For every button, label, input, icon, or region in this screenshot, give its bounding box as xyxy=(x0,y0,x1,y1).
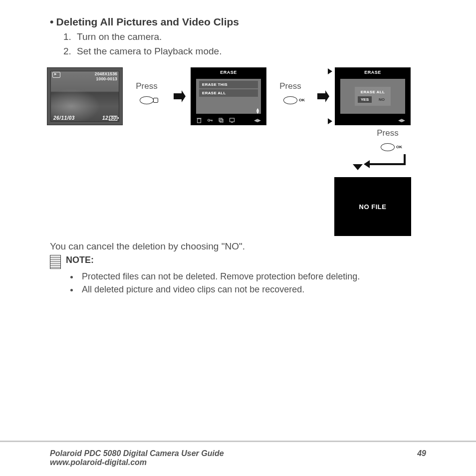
menu-option-erase-this: ERASE THIS xyxy=(199,81,258,88)
step-list: Turn on the camera. Set the camera to Pl… xyxy=(50,30,431,58)
arrow-right-icon xyxy=(328,118,332,124)
footer-url: www.polaroid-digital.com xyxy=(50,458,426,467)
svg-marker-10 xyxy=(317,90,329,102)
svg-rect-1 xyxy=(198,119,201,123)
note-label: NOTE: xyxy=(66,255,94,265)
press-ok-group-2: Press OK xyxy=(377,128,398,151)
press-ok-group-1: Press OK xyxy=(271,67,309,104)
trash-icon xyxy=(196,117,202,123)
arrow-right-icon xyxy=(171,67,186,125)
figure-flow: 2048X1536 1000-0013 26/11/03 12;30 Press xyxy=(47,67,431,236)
press-m-group: Press xyxy=(128,67,166,104)
svg-rect-8 xyxy=(230,118,235,122)
svg-rect-2 xyxy=(197,118,202,119)
svg-marker-11 xyxy=(364,160,370,168)
confirm-title: ERASE ALL xyxy=(361,90,385,94)
ok-label: OK xyxy=(299,98,305,102)
menu-option-erase-all: ERASE ALL xyxy=(199,89,258,97)
svg-rect-7 xyxy=(220,119,223,122)
svg-point-3 xyxy=(208,119,210,121)
key-icon xyxy=(207,117,213,123)
menu-title: ERASE xyxy=(191,68,266,77)
playback-icon xyxy=(52,72,60,78)
playback-screen: 2048X1536 1000-0013 26/11/03 12;30 xyxy=(47,67,123,125)
cancel-note: You can cancel the deletion by choosing … xyxy=(50,241,431,252)
m-button-icon xyxy=(140,96,154,104)
footer-title: Polaroid PDC 5080 Digital Camera User Gu… xyxy=(50,449,224,458)
screen-icon xyxy=(229,117,235,123)
page: •Deleting All Pictures and Video Clips T… xyxy=(0,0,476,476)
ok-button-icon: OK xyxy=(381,143,395,151)
note-item: All deleted picture and video clips can … xyxy=(79,283,431,296)
note-item: Protected files can not be deleted. Remo… xyxy=(79,270,431,283)
arrow-right-icon xyxy=(328,68,332,74)
page-number: 49 xyxy=(417,449,426,458)
photo-meta: 2048X1536 1000-0013 xyxy=(95,72,117,82)
erase-confirm-screen: ERASE ERASE ALL YES NO ◀▶ xyxy=(335,67,411,125)
press-label: Press xyxy=(279,81,301,91)
heading-text: Deleting All Pictures and Video Clips xyxy=(56,16,239,27)
leftright-icon: ◀▶ xyxy=(254,118,261,123)
section-heading: •Deleting All Pictures and Video Clips xyxy=(50,16,431,28)
no-file-text: NO FILE xyxy=(359,203,387,211)
step-item: Set the camera to Playback mode. xyxy=(74,44,431,59)
step-item: Turn on the camera. xyxy=(74,30,431,44)
svg-marker-13 xyxy=(353,164,363,170)
svg-rect-5 xyxy=(212,120,212,121)
confirm-yes: YES xyxy=(358,96,372,103)
right-column: ERASE ERASE ALL YES NO ◀▶ xyxy=(334,67,411,236)
arrow-right-icon xyxy=(314,67,329,125)
svg-marker-0 xyxy=(174,90,186,102)
index-text: 1000-0013 xyxy=(95,77,117,82)
arrow-down-left-icon xyxy=(340,154,416,174)
ok-button-icon: OK xyxy=(283,96,297,104)
updown-icon: ▲▼ xyxy=(255,108,260,114)
erase-menu-screen: ERASE ERASE THIS ERASE ALL ▲▼ ◀▶ xyxy=(191,67,266,125)
svg-rect-9 xyxy=(231,122,233,123)
press-label: Press xyxy=(377,128,398,138)
press-label: Press xyxy=(136,81,157,91)
note-block: NOTE: Protected files can not be deleted… xyxy=(50,255,431,296)
page-footer: Polaroid PDC 5080 Digital Camera User Gu… xyxy=(0,441,476,476)
leftright-icon: ◀▶ xyxy=(398,118,405,123)
copy-icon xyxy=(218,117,224,123)
battery-icon xyxy=(109,116,117,121)
svg-rect-6 xyxy=(219,118,222,121)
menu-title: ERASE xyxy=(335,68,410,77)
date-text: 26/11/03 xyxy=(53,115,75,121)
confirm-no: NO xyxy=(376,96,388,103)
icon-bar: ◀▶ xyxy=(191,116,266,125)
note-icon xyxy=(50,255,61,269)
ok-label: OK xyxy=(396,145,402,149)
no-file-screen: NO FILE xyxy=(334,177,411,236)
